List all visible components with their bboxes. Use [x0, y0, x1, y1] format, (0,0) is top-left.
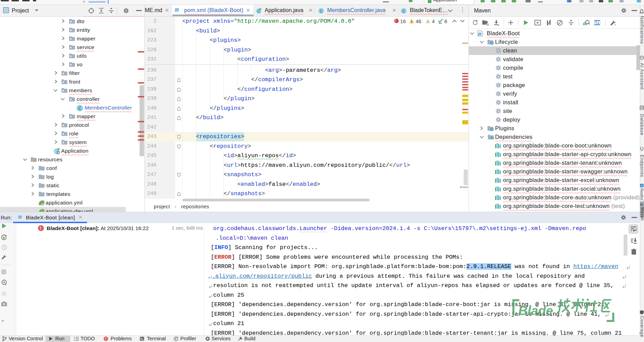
svg-text:C: C — [78, 106, 82, 111]
svg-text:G: G — [486, 23, 489, 26]
svg-text:R: R — [641, 184, 643, 187]
svg-text:9: 9 — [3, 245, 5, 249]
svg-text:C: C — [402, 9, 405, 13]
svg-text:Blade: Blade — [518, 304, 553, 318]
svg-text:C: C — [320, 9, 323, 13]
